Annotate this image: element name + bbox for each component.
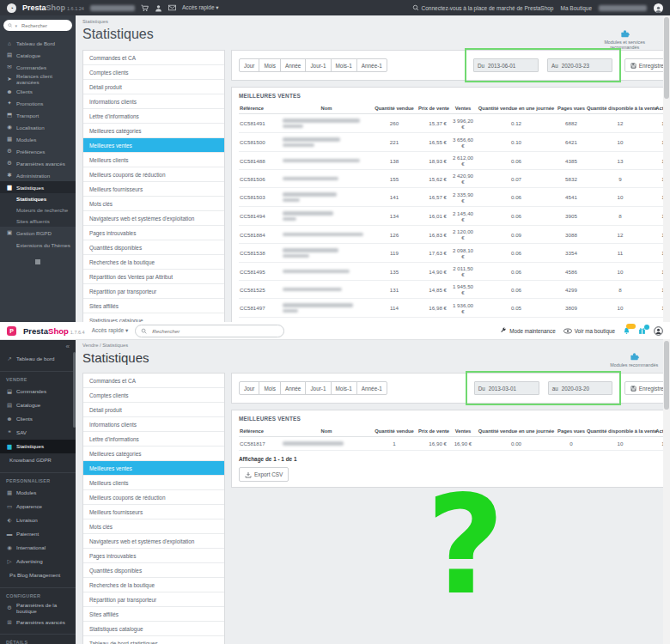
export-csv-button[interactable]: Export CSV bbox=[239, 467, 289, 482]
sidebar-item-statistiques[interactable]: ▆Statistiques bbox=[0, 181, 76, 193]
stats-menu-item-meilleures-categories[interactable]: Meilleures catégories bbox=[83, 124, 224, 138]
stats-menu-item-meilleurs-coupons-de-reduction[interactable]: Meilleurs coupons de réduction bbox=[83, 490, 224, 505]
stats-menu-item-meilleures-categories[interactable]: Meilleures catégories bbox=[83, 447, 224, 461]
gift-button[interactable] bbox=[638, 327, 646, 335]
cart-icon[interactable] bbox=[141, 4, 149, 12]
stats-menu-item-pages-introuvables[interactable]: Pages introuvables bbox=[83, 226, 224, 240]
marketplace-link[interactable]: Connectez-vous à la place de marché de P… bbox=[412, 4, 554, 11]
column-header-quantite-disponible-a-la-vente[interactable]: Quantité disponible à la vente bbox=[586, 103, 655, 114]
date-to-field[interactable]: au 2020-03-20 bbox=[548, 381, 612, 395]
column-header-prix-de-vente[interactable]: Prix de vente bbox=[417, 103, 450, 114]
column-header-nom[interactable]: Nom bbox=[282, 426, 371, 437]
stats-menu-item-tableau-de-bord-statistiques[interactable]: Tableau de bord statistiques bbox=[83, 636, 224, 644]
profile-button[interactable] bbox=[654, 326, 663, 336]
stats-menu-item-meilleures-ventes[interactable]: Meilleures ventes bbox=[83, 461, 224, 476]
sidebar-item-commandes[interactable]: ⬓Commandes bbox=[0, 385, 76, 398]
column-header-quantite-vendue[interactable]: Quantité vendue bbox=[371, 103, 417, 114]
sidebar-item-extensions-du-themes[interactable]: Extensions du Thèmes bbox=[0, 239, 76, 251]
sidebar-item-tableau-de-bord[interactable]: ↗Tableau de bord bbox=[0, 352, 76, 366]
sidebar-item-catalogue[interactable]: ▤Catalogue bbox=[0, 49, 76, 61]
scrollbar[interactable] bbox=[663, 339, 670, 644]
sidebar-item-modules[interactable]: ▦Modules bbox=[0, 133, 76, 145]
column-header-nom[interactable]: Nom bbox=[282, 103, 371, 114]
column-header-pages-vues[interactable]: Pages vues bbox=[557, 103, 586, 114]
column-header-quantite-vendue-en-une-journee[interactable]: Quantité vendue en une journée bbox=[476, 103, 557, 114]
sidebar-subitem-moteurs-de-recherche[interactable]: Moteurs de recherche bbox=[0, 204, 76, 216]
stats-menu-item-quantites-disponibles[interactable]: Quantités disponibles bbox=[83, 240, 224, 255]
sidebar-collapse-handle[interactable] bbox=[35, 259, 40, 264]
stats-menu-item-mots-cles[interactable]: Mots clés bbox=[83, 197, 224, 211]
sidebar-subitem-sites-affluents[interactable]: Sites affluents bbox=[0, 216, 76, 227]
stats-menu-item-lettre-d-informations[interactable]: Lettre d'informations bbox=[83, 109, 224, 124]
stats-menu-item-recherches-de-la-boutique[interactable]: Recherches de la boutique bbox=[83, 255, 224, 270]
stats-menu-item-lettre-d-informations[interactable]: Lettre d'informations bbox=[83, 432, 224, 447]
sidebar-item-administration[interactable]: ✱Administration bbox=[0, 169, 76, 181]
stats-menu-item-sites-affilies[interactable]: Sites affiliés bbox=[83, 299, 224, 313]
breadcrumb[interactable]: Vendre / Statistiques bbox=[82, 343, 670, 348]
sidebar-item-parametres-de-la-boutique[interactable]: ⚙Paramètres de la boutique bbox=[0, 601, 76, 615]
stats-menu-item-commandes-et-ca[interactable]: Commandes et CA bbox=[83, 374, 224, 388]
date-from-value[interactable]: 2013-06-01 bbox=[488, 59, 538, 71]
date-from-field[interactable]: Du 2013-06-01 bbox=[473, 58, 539, 72]
avatar[interactable] bbox=[654, 3, 663, 13]
date-to-value[interactable]: 2020-03-23 bbox=[562, 59, 612, 71]
quick-access-menu[interactable]: Accès rapide ▾ bbox=[182, 4, 219, 11]
range-button-mois[interactable]: Mois bbox=[259, 58, 281, 72]
sidebar-item-commandes[interactable]: ✉Commandes bbox=[0, 61, 76, 73]
sidebar-item-advertising[interactable]: ▷Advertising bbox=[0, 555, 76, 568]
header-search[interactable] bbox=[135, 325, 284, 337]
sidebar-item-gestion-rgpd[interactable]: ▣Gestion RGPD bbox=[0, 227, 76, 239]
sidebar-item-sav[interactable]: ❝SAV bbox=[0, 426, 76, 440]
stats-menu-item-detail-produit[interactable]: Détail produit bbox=[83, 80, 224, 94]
sidebar-item-catalogue[interactable]: ▤Catalogue bbox=[0, 398, 76, 412]
sidebar-item-tableau-de-bord[interactable]: ⌂Tableau de Bord bbox=[0, 37, 76, 49]
notifications-button[interactable] bbox=[623, 327, 630, 335]
stats-menu-item-recherches-de-la-boutique[interactable]: Recherches de la boutique bbox=[83, 578, 224, 592]
sidebar-item-parametres-avances[interactable]: ⚙Paramètres avancés bbox=[0, 157, 76, 169]
search-input[interactable] bbox=[150, 327, 257, 335]
range-button-mois-1[interactable]: Mois-1 bbox=[331, 381, 357, 395]
stats-menu-item-navigateurs-web-et-systemes-d-exploitation[interactable]: Navigateurs web et systèmes d'exploitati… bbox=[83, 534, 224, 549]
column-header-quantite-vendue[interactable]: Quantité vendue bbox=[371, 426, 417, 437]
stats-menu-item-meilleures-ventes[interactable]: Meilleures ventes bbox=[83, 138, 224, 153]
employee-icon[interactable] bbox=[155, 4, 162, 12]
stats-menu-item-pages-introuvables[interactable]: Pages introuvables bbox=[83, 549, 224, 563]
sidebar-subitem-statistiques[interactable]: Statistiques bbox=[0, 193, 76, 204]
view-shop-button[interactable]: Voir ma boutique bbox=[563, 328, 615, 334]
stats-menu-item-detail-produit[interactable]: Détail produit bbox=[83, 403, 224, 417]
stats-menu-item-comptes-clients[interactable]: Comptes clients bbox=[83, 65, 224, 80]
sidebar-item-transport[interactable]: ⬒Transport bbox=[0, 109, 76, 121]
range-button-mois-1[interactable]: Mois-1 bbox=[331, 58, 357, 72]
range-button-annee-1[interactable]: Année-1 bbox=[356, 381, 387, 395]
date-to-field[interactable]: Au 2020-03-23 bbox=[547, 58, 612, 72]
maintenance-mode-button[interactable]: Mode maintenance bbox=[500, 327, 556, 334]
sidebar-item-clients[interactable]: ☻Clients bbox=[0, 85, 76, 97]
quick-access-menu[interactable]: Accès rapide ▾ bbox=[92, 327, 129, 334]
sidebar-collapse-button[interactable]: « bbox=[0, 342, 76, 352]
range-button-jour[interactable]: Jour bbox=[239, 58, 259, 72]
modules-recommended-button[interactable]: Modules recommandés bbox=[610, 352, 658, 368]
column-header-reference[interactable]: Référence bbox=[239, 426, 282, 437]
column-header-prix-de-vente[interactable]: Prix de vente bbox=[417, 426, 450, 437]
sidebar-item-modules[interactable]: ▦Modules bbox=[0, 486, 76, 500]
sidebar-item-knowband-gdpr[interactable]: Knowband GDPR bbox=[0, 453, 76, 467]
sidebar-item-parametres-avances[interactable]: ⊞Paramètres avancés bbox=[0, 615, 76, 629]
column-header-pages-vues[interactable]: Pages vues bbox=[557, 426, 586, 437]
range-button-annee[interactable]: Année bbox=[280, 381, 306, 395]
stats-menu-item-meilleurs-fournisseurs[interactable]: Meilleurs fournisseurs bbox=[83, 182, 224, 197]
search-input[interactable] bbox=[20, 22, 68, 29]
stats-menu-item-repartition-par-transporteur[interactable]: Répartition par transporteur bbox=[83, 284, 224, 299]
sidebar-item-localisation[interactable]: ◉Localisation bbox=[0, 121, 76, 133]
sidebar-item-ps-blog-management[interactable]: Ps Blog Management bbox=[0, 568, 76, 582]
sidebar-search[interactable]: ▾ bbox=[3, 20, 72, 31]
stats-menu-item-mots-cles[interactable]: Mots clés bbox=[83, 519, 224, 534]
range-button-annee[interactable]: Année bbox=[280, 58, 306, 72]
sidebar-item-preferences[interactable]: ⚙Préférences bbox=[0, 145, 76, 157]
stats-menu-item-repartition-par-transporteur[interactable]: Répartition par transporteur bbox=[83, 592, 224, 607]
column-header-quantite-vendue-en-une-journee[interactable]: Quantité vendue en une journée bbox=[476, 426, 557, 437]
date-from-value[interactable]: 2013-03-01 bbox=[489, 382, 539, 394]
sidebar-item-apparence[interactable]: ▭Apparence bbox=[0, 500, 76, 513]
stats-menu-item-navigateurs-web-et-systemes-d-exploitation[interactable]: Navigateurs web et systèmes d'exploitati… bbox=[83, 211, 224, 226]
sidebar-item-clients[interactable]: ☻Clients bbox=[0, 412, 76, 426]
sidebar-item-livraison[interactable]: ⬖Livraison bbox=[0, 513, 76, 527]
